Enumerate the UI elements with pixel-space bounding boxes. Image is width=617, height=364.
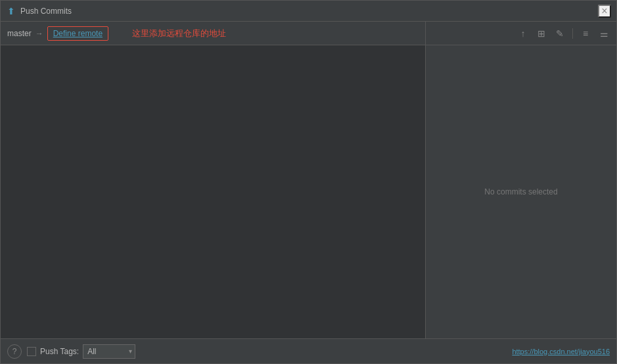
branch-arrow: → [35,29,43,38]
tags-select-wrapper: All None Custom [83,344,135,359]
window-title: Push Commits [20,7,598,16]
no-commits-label: No commits selected [484,187,557,196]
push-commits-window: ⬆ Push Commits × master → Define remote … [0,0,617,364]
branch-name: master [7,29,32,38]
push-tags-label: Push Tags: [40,347,79,356]
right-toolbar: ↑ ⊞ ✎ ≡ ⚌ [426,22,616,45]
filter-button[interactable]: ⚌ [597,26,611,41]
close-button[interactable]: × [598,5,611,18]
right-content-area: No commits selected [426,45,616,338]
help-button[interactable]: ? [7,344,22,359]
edit-button[interactable]: ✎ [553,26,567,41]
main-content: master → Define remote 这里添加远程仓库的地址 ↑ ⊞ ✎ [1,22,616,338]
footer-url[interactable]: https://blog.csdn.net/jiayou516 [512,348,610,355]
list-icon: ≡ [583,28,588,39]
edit-icon: ✎ [556,28,564,39]
grid-icon: ⊞ [537,28,545,39]
title-bar: ⬆ Push Commits × [1,1,616,22]
push-tags-checkbox[interactable] [27,347,36,356]
right-panel: ↑ ⊞ ✎ ≡ ⚌ No commits selected [426,22,616,338]
left-panel: master → Define remote 这里添加远程仓库的地址 [1,22,426,338]
filter-icon: ⚌ [600,28,608,39]
window-icon: ⬆ [6,6,16,16]
grid-view-button[interactable]: ⊞ [534,26,549,41]
footer: ? Push Tags: All None Custom https://blo… [1,338,616,363]
toolbar-separator [572,28,573,39]
footer-left: ? Push Tags: All None Custom [7,344,135,359]
list-view-button[interactable]: ≡ [578,26,593,41]
tags-select[interactable]: All None Custom [83,344,135,359]
push-icon-button[interactable]: ↑ [516,26,530,41]
branch-bar: master → Define remote 这里添加远程仓库的地址 [1,22,425,45]
annotation-text: 这里添加远程仓库的地址 [132,28,226,39]
push-icon: ↑ [521,28,526,39]
commits-list [1,45,425,338]
push-tags-section: Push Tags: All None Custom [27,344,135,359]
define-remote-button[interactable]: Define remote [47,26,108,41]
